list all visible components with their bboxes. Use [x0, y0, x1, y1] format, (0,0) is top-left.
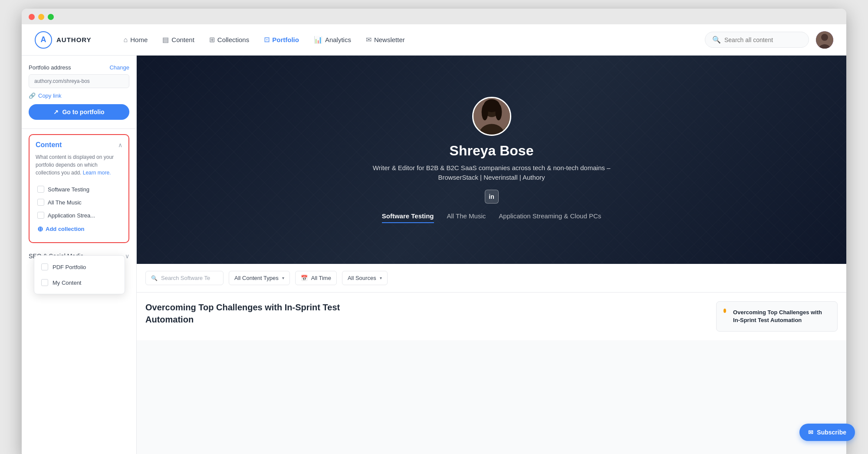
svg-point-7 — [481, 104, 488, 120]
calendar-icon: 📅 — [301, 275, 308, 281]
collection-application-streaming[interactable]: Application Strea... — [36, 209, 122, 222]
linkedin-icon[interactable]: in — [485, 190, 499, 204]
hero-avatar — [472, 97, 511, 136]
svg-point-1 — [821, 34, 828, 41]
maximize-dot[interactable] — [48, 14, 54, 20]
chevron-down-icon: ▾ — [380, 276, 382, 280]
nav-right: 🔍 — [705, 31, 833, 49]
content-search-filter[interactable]: 🔍 Search Software Te — [145, 271, 224, 285]
content-types-label: All Content Types — [234, 275, 279, 281]
content-icon: ▤ — [162, 36, 169, 44]
preview-content: Overcoming Top Challenges with In-Sprint… — [723, 309, 830, 324]
nav-content[interactable]: ▤ Content — [156, 32, 201, 47]
sidebar: Portfolio address Change authory.com/shr… — [22, 56, 137, 454]
browser-chrome — [22, 9, 846, 24]
time-label: All Time — [311, 275, 331, 281]
collections-icon: ⊞ — [209, 36, 215, 44]
learn-more-link[interactable]: Learn more. — [83, 170, 111, 176]
article-preview: Overcoming Top Challenges with In-Sprint… — [716, 301, 838, 332]
hero-bio: Writer & Editor for B2B & B2C SaaS compa… — [362, 163, 622, 183]
top-nav: A AUTHORY ⌂ Home ▤ Content ⊞ Collections — [22, 24, 846, 56]
nav-newsletter[interactable]: ✉ Newsletter — [360, 32, 411, 47]
logo-icon: A — [35, 31, 52, 49]
logo-text: AUTHORY — [56, 36, 92, 43]
content-section-title: Content — [36, 141, 62, 149]
time-filter[interactable]: 📅 All Time — [295, 271, 337, 285]
global-search[interactable]: 🔍 — [705, 32, 809, 48]
content-section: Content ∧ What content is displayed on y… — [29, 134, 129, 243]
portfolio-content: 🔍 Search Software Te All Content Types ▾… — [137, 264, 846, 340]
article-card: Overcoming Top Challenges with In-Sprint… — [137, 293, 846, 340]
article-main: Overcoming Top Challenges with In-Sprint… — [145, 301, 707, 332]
user-avatar[interactable] — [816, 31, 833, 49]
collection-all-the-music[interactable]: All The Music — [36, 196, 122, 209]
hero-tabs: Software Testing All The Music Applicati… — [382, 212, 601, 223]
portfolio-address-label: Portfolio address — [29, 64, 71, 71]
search-input[interactable] — [724, 36, 802, 43]
svg-point-8 — [495, 104, 502, 120]
home-icon: ⌂ — [124, 36, 128, 44]
content-section-header: Content ∧ — [36, 141, 122, 149]
search-filter-label: Search Software Te — [161, 275, 210, 281]
portfolio-address-section: Portfolio address Change — [29, 64, 129, 71]
dropdown-pdf-portfolio[interactable]: PDF Portfolio — [34, 259, 125, 275]
collection-icon — [37, 199, 44, 206]
copy-icon: 🔗 — [29, 92, 36, 99]
my-content-icon — [41, 279, 48, 286]
copy-link-label: Copy link — [38, 92, 61, 99]
hero-tab-application-streaming[interactable]: Application Streaming & Cloud PCs — [499, 212, 601, 223]
close-dot[interactable] — [29, 14, 35, 20]
nav-home[interactable]: ⌂ Home — [118, 33, 154, 47]
url-field[interactable]: authory.com/shreya-bos — [29, 74, 129, 88]
hero-texture — [137, 56, 846, 264]
collection-icon — [37, 186, 44, 193]
main-content: Shreya Bose Writer & Editor for B2B & B2… — [137, 56, 846, 454]
filters-bar: 🔍 Search Software Te All Content Types ▾… — [137, 264, 846, 293]
pdf-portfolio-icon — [41, 263, 48, 270]
subscribe-icon: ✉ — [808, 429, 813, 436]
minimize-dot[interactable] — [38, 14, 44, 20]
main-area: Portfolio address Change authory.com/shr… — [22, 56, 846, 454]
plus-icon: ⊕ — [37, 225, 43, 233]
chevron-up-icon[interactable]: ∧ — [118, 141, 122, 148]
sidebar-divider — [22, 128, 136, 129]
content-types-filter[interactable]: All Content Types ▾ — [229, 271, 290, 285]
hero-avatar-inner — [473, 98, 510, 135]
collection-software-testing[interactable]: Software Testing — [36, 183, 122, 196]
logo-area[interactable]: A AUTHORY — [35, 31, 92, 49]
nav-collections[interactable]: ⊞ Collections — [203, 32, 255, 47]
sources-label: All Sources — [348, 275, 376, 281]
nav-portfolio[interactable]: ⊡ Portfolio — [258, 32, 305, 47]
subscribe-button[interactable]: ✉ Subscribe — [799, 424, 855, 441]
go-to-portfolio-button[interactable]: ↗ Go to portfolio — [29, 104, 129, 120]
search-icon: 🔍 — [712, 36, 721, 44]
dropdown-popup: PDF Portfolio My Content — [34, 255, 125, 294]
browser-window: A AUTHORY ⌂ Home ▤ Content ⊞ Collections — [22, 9, 846, 454]
chevron-down-icon: ∨ — [125, 253, 129, 260]
portfolio-icon: ⊡ — [264, 36, 270, 44]
chevron-down-icon: ▾ — [282, 276, 284, 280]
collection-icon — [37, 212, 44, 219]
hero-tab-software-testing[interactable]: Software Testing — [382, 212, 434, 223]
nav-links: ⌂ Home ▤ Content ⊞ Collections ⊡ Portfol… — [118, 32, 696, 47]
article-title[interactable]: Overcoming Top Challenges with In-Sprint… — [145, 301, 354, 326]
external-link-icon: ↗ — [53, 109, 59, 115]
nav-analytics[interactable]: 📊 Analytics — [308, 32, 357, 47]
hero-tab-music[interactable]: All The Music — [447, 212, 486, 223]
subscribe-label: Subscribe — [817, 429, 846, 436]
newsletter-icon: ✉ — [366, 36, 372, 44]
change-link[interactable]: Change — [109, 64, 129, 71]
hero-section: Shreya Bose Writer & Editor for B2B & B2… — [137, 56, 846, 264]
dropdown-my-content[interactable]: My Content — [34, 275, 125, 290]
search-small-icon: 🔍 — [151, 275, 158, 281]
hero-name: Shreya Bose — [450, 143, 534, 159]
go-to-portfolio-label: Go to portfolio — [62, 109, 104, 115]
sources-filter[interactable]: All Sources ▾ — [342, 271, 388, 285]
preview-title: Overcoming Top Challenges with In-Sprint… — [733, 309, 830, 324]
add-collection-button[interactable]: ⊕ Add collection — [36, 222, 122, 236]
browser-dots — [29, 14, 839, 20]
content-description: What content is displayed on your portfo… — [36, 153, 122, 177]
preview-dot-icon — [723, 309, 726, 313]
analytics-icon: 📊 — [314, 36, 322, 44]
copy-link-button[interactable]: 🔗 Copy link — [29, 92, 129, 99]
